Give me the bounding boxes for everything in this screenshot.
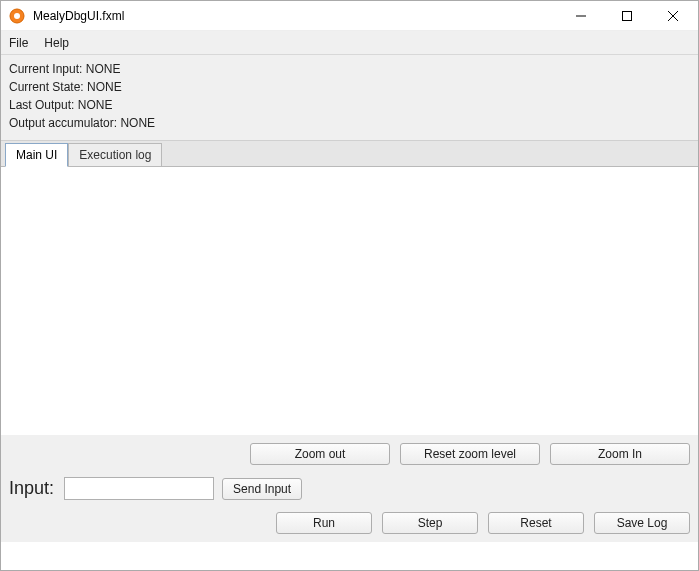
zoom-in-button[interactable]: Zoom In [550, 443, 690, 465]
svg-rect-3 [623, 11, 632, 20]
menubar: File Help [1, 31, 698, 55]
maximize-button[interactable] [604, 1, 650, 30]
status-label: Last Output: [9, 98, 78, 112]
input-field[interactable] [64, 477, 214, 500]
status-current-state: Current State: NONE [9, 78, 690, 96]
input-label: Input: [9, 478, 54, 499]
svg-point-1 [14, 13, 20, 19]
status-value: NONE [87, 80, 122, 94]
status-panel: Current Input: NONE Current State: NONE … [1, 55, 698, 141]
titlebar: MealyDbgUI.fxml [1, 1, 698, 31]
run-button[interactable]: Run [276, 512, 372, 534]
status-label: Current Input: [9, 62, 86, 76]
app-icon [9, 8, 25, 24]
tab-execution-log[interactable]: Execution log [68, 143, 162, 166]
window-title: MealyDbgUI.fxml [33, 9, 558, 23]
bottom-panel: Zoom out Reset zoom level Zoom In Input:… [1, 435, 698, 542]
reset-button[interactable]: Reset [488, 512, 584, 534]
close-button[interactable] [650, 1, 696, 30]
status-label: Output accumulator: [9, 116, 120, 130]
action-controls: Run Step Reset Save Log [9, 512, 690, 534]
status-output-accumulator: Output accumulator: NONE [9, 114, 690, 132]
status-value: NONE [78, 98, 113, 112]
status-current-input: Current Input: NONE [9, 60, 690, 78]
step-button[interactable]: Step [382, 512, 478, 534]
status-last-output: Last Output: NONE [9, 96, 690, 114]
zoom-out-button[interactable]: Zoom out [250, 443, 390, 465]
send-input-button[interactable]: Send Input [222, 478, 302, 500]
tab-main-ui[interactable]: Main UI [5, 143, 68, 167]
status-value: NONE [86, 62, 121, 76]
save-log-button[interactable]: Save Log [594, 512, 690, 534]
zoom-controls: Zoom out Reset zoom level Zoom In [9, 443, 690, 465]
input-row: Input: Send Input [9, 477, 690, 500]
window-controls [558, 1, 696, 30]
minimize-button[interactable] [558, 1, 604, 30]
reset-zoom-button[interactable]: Reset zoom level [400, 443, 540, 465]
main-canvas [1, 167, 698, 435]
status-label: Current State: [9, 80, 87, 94]
status-value: NONE [120, 116, 155, 130]
menu-help[interactable]: Help [44, 36, 69, 50]
tabbar: Main UI Execution log [1, 141, 698, 167]
menu-file[interactable]: File [9, 36, 28, 50]
